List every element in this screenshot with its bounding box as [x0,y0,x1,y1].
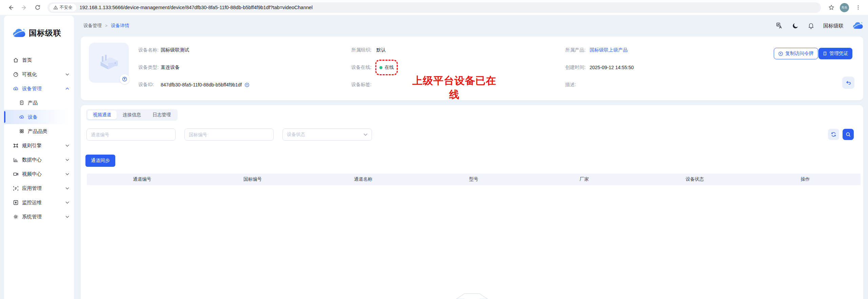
browser-back-icon[interactable] [5,2,16,13]
sidebar-item-system-management[interactable]: 系统管理 [4,210,74,224]
notification-bell-icon[interactable] [808,22,814,29]
search-button[interactable] [843,129,854,140]
sidebar-item-product[interactable]: 产品 [4,96,74,110]
product-icon [19,100,24,105]
sidebar-item-label: 视频中心 [22,171,62,177]
tab-log-management[interactable]: 日志管理 [147,111,176,119]
sidebar-item-home[interactable]: 首页 [4,53,74,67]
dashboard-icon [13,72,19,77]
dark-mode-moon-icon[interactable] [792,22,799,29]
sidebar-item-device[interactable]: 设备 [4,110,74,124]
tab-group: 视频通道 连接信息 日志管理 [86,109,178,121]
browser-address-bar[interactable]: 不安全 192.168.1.133:5666/device-management… [47,2,821,13]
device-type-value: 直连设备 [161,64,180,71]
browser-profile-avatar[interactable]: 先生 [840,3,849,12]
device-type-label: 设备类型: [138,64,161,71]
device-status-placeholder: 设备状态 [287,132,363,138]
table-header-manufacturer: 厂家 [529,176,639,182]
home-icon [13,57,19,63]
upload-device-image-button[interactable] [120,74,130,84]
product-label: 所属产品: [565,47,590,53]
sidebar-item-label: 应用管理 [22,185,62,192]
user-avatar-cloud-icon[interactable] [852,22,863,30]
online-status-annotation-box: 在线 [375,60,398,75]
table-header-actions: 操作 [750,176,861,182]
app-management-icon [13,185,19,191]
sidebar-item-label: 监控运维 [22,199,62,206]
upload-icon [122,77,127,82]
channel-sync-button[interactable]: 通道同步 [85,155,115,167]
cloud-logo-icon [12,28,26,38]
table-header-row: 通道编号 国标编号 通道名称 型号 厂家 设备状态 操作 [87,174,861,185]
browser-reload-icon[interactable] [32,2,43,13]
browser-forward-icon[interactable] [18,2,30,13]
sidebar-item-data-center[interactable]: 数据中心 [4,153,74,167]
device-fields-column-3: 所属产品:国标级联上级产品 创建时间:2025-09-12 14:55:50 描… [565,47,634,88]
device-name-value: 国标级联测试 [161,47,189,53]
online-status-text: 在线 [385,64,394,71]
refresh-button[interactable] [828,129,839,140]
logo-text: 国标级联 [29,28,61,38]
table-header-device-status: 设备状态 [639,176,750,182]
channel-content-card: 视频通道 连接信息 日志管理 设备状态 通道同步 通道编号 国标编号 通道名称 [81,105,863,299]
bookmark-star-icon[interactable] [826,2,837,13]
sidebar-item-app-management[interactable]: 应用管理 [4,181,74,195]
table-header-gb-number: 国标编号 [197,176,308,182]
warning-icon [53,5,58,10]
chevron-up-icon [65,87,69,90]
chevron-down-icon [65,73,69,76]
sidebar-item-label: 可视化 [22,71,62,78]
manage-credentials-button[interactable]: 管理凭证 [818,48,852,59]
sidebar-item-label: 数据中心 [22,157,62,163]
table-header-model: 型号 [418,176,529,182]
tab-connection-info[interactable]: 连接信息 [117,111,146,119]
sidebar-item-monitoring-ops[interactable]: 监控运维 [4,195,74,210]
sidebar-item-label: 设备管理 [22,85,62,92]
chevron-down-icon [65,144,69,147]
copy-device-id-icon[interactable] [244,82,250,87]
chevron-down-icon [65,159,69,161]
table-header-channel-number: 通道编号 [87,176,197,182]
copy-access-token-button[interactable]: 复制访问令牌 [774,48,818,59]
system-settings-icon [13,214,19,220]
video-center-icon [13,171,19,177]
sidebar-item-label: 产品品类 [28,128,69,135]
monitor-ops-icon [13,200,19,205]
org-value: 默认 [376,47,386,53]
sidebar-item-product-category[interactable]: 产品品类 [4,124,74,138]
breadcrumb-separator-icon: > [105,23,107,28]
not-secure-label: 不安全 [60,5,73,11]
device-status-select[interactable]: 设备状态 [282,128,372,141]
page-header: 设备管理 > 设备详情 国标级联 [81,15,863,37]
channel-number-input[interactable] [86,128,176,141]
chevron-down-icon [363,133,368,136]
sidebar-item-visualization[interactable]: 可视化 [4,67,74,81]
device-cloud-icon [13,86,19,92]
data-center-icon [13,157,19,163]
product-link[interactable]: 国标级联上级产品 [590,47,628,53]
sidebar-item-rule-engine[interactable]: 规则引擎 [4,138,74,153]
tag-label: 设备标签: [351,82,376,88]
rule-engine-icon [13,143,19,148]
sidebar-item-video-center[interactable]: 视频中心 [4,167,74,181]
chevron-down-icon [65,173,69,175]
return-button[interactable] [842,77,854,89]
chevron-down-icon [65,201,69,204]
online-label: 设备在线: [351,64,376,71]
device-icon [19,114,24,120]
breadcrumb: 设备管理 > 设备详情 [83,23,129,29]
sidebar: 国标级联 首页 可视化 设备管理 [4,16,74,299]
annotation-text: 上级平台设备已在线 [410,74,498,102]
device-fields-column-1: 设备名称:国标级联测试 设备类型:直连设备 设备ID: 847dfb30-8fa… [138,47,250,88]
language-switch-icon[interactable] [776,22,783,29]
sidebar-item-device-management[interactable]: 设备管理 [4,81,74,96]
breadcrumb-section[interactable]: 设备管理 [83,23,102,29]
user-brand-name[interactable]: 国标级联 [823,23,844,29]
browser-menu-icon[interactable] [852,2,864,13]
browser-toolbar: 不安全 192.168.1.133:5666/device-management… [0,0,868,15]
refresh-icon [831,132,836,137]
tab-video-channel[interactable]: 视频通道 [87,111,117,119]
gb-number-input[interactable] [184,128,274,141]
app-shell: 国标级联 首页 可视化 设备管理 [0,15,868,299]
not-secure-badge[interactable]: 不安全 [50,4,76,12]
